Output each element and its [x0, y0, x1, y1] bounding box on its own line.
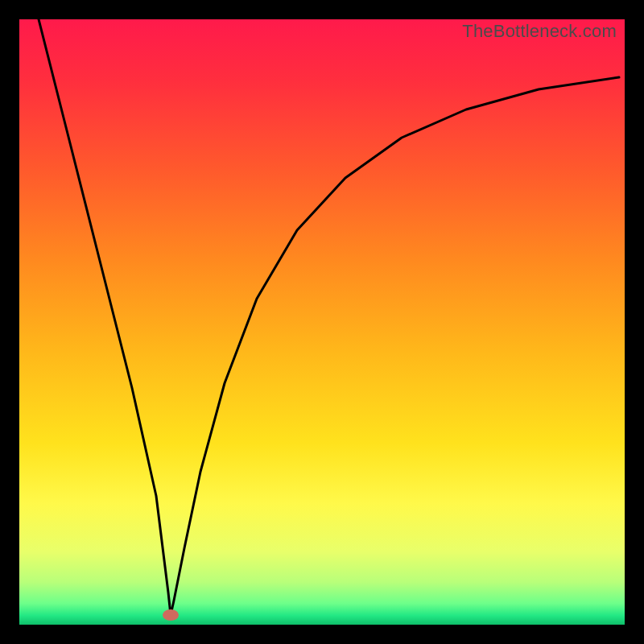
gradient-background — [19, 19, 625, 625]
chart-frame: TheBottleneck.com — [19, 19, 625, 625]
bottleneck-chart — [19, 19, 625, 625]
watermark-text: TheBottleneck.com — [462, 21, 617, 42]
minimum-marker — [163, 609, 179, 621]
